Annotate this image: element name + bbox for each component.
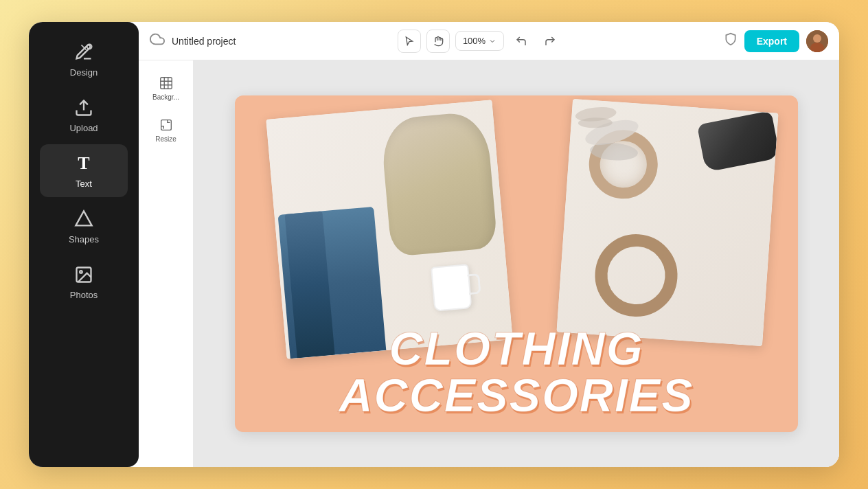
export-button[interactable]: Export [744, 30, 799, 52]
zoom-control[interactable]: 100% [455, 31, 504, 51]
background-tool[interactable]: Backgr... [144, 69, 187, 108]
sidebar-item-upload[interactable]: Upload [40, 89, 128, 141]
sidebar: Design Upload T Text Sha [29, 22, 139, 467]
toolbar-right: Export [724, 30, 828, 52]
app-container: Design Upload T Text Sha [29, 22, 839, 467]
editor-area: Backgr... Resize [139, 60, 839, 467]
svg-point-6 [813, 34, 821, 43]
toolbar-center: 100% [244, 30, 715, 53]
tools-panel: Backgr... Resize [139, 60, 194, 467]
sidebar-item-text-label: Text [76, 179, 92, 189]
shapes-icon [73, 208, 95, 230]
canvas[interactable]: CLOTHING ACCESSORIES [235, 95, 798, 432]
sidebar-item-photos-label: Photos [70, 290, 98, 300]
sidebar-item-design-label: Design [70, 67, 98, 78]
resize-tool[interactable]: Resize [144, 111, 187, 150]
design-icon [73, 41, 95, 63]
photo-card-accessories [557, 99, 779, 346]
avatar [806, 30, 828, 52]
svg-rect-9 [161, 120, 171, 130]
photo-card-clothing [266, 100, 512, 359]
redo-button[interactable] [538, 30, 562, 53]
toolbar: Untitled project 100% [139, 22, 839, 60]
svg-rect-8 [160, 78, 172, 89]
background-tool-label: Backgr... [152, 93, 179, 101]
svg-point-4 [80, 271, 82, 273]
sunglass-lens [697, 111, 779, 172]
canvas-text[interactable]: CLOTHING ACCESSORIES [235, 325, 798, 418]
toolbar-left: Untitled project [150, 32, 236, 50]
sidebar-item-shapes[interactable]: Shapes [40, 200, 128, 253]
resize-tool-label: Resize [155, 135, 176, 143]
zoom-level: 100% [463, 36, 486, 46]
photos-icon [73, 264, 95, 286]
sidebar-item-upload-label: Upload [69, 123, 98, 133]
shield-icon [724, 32, 738, 49]
sidebar-item-design[interactable]: Design [40, 33, 128, 86]
upload-icon [73, 97, 95, 119]
canvas-area: CLOTHING ACCESSORIES [194, 60, 839, 467]
select-tool-button[interactable] [398, 30, 421, 53]
hand-tool-button[interactable] [426, 30, 450, 53]
main-content: Untitled project 100% [139, 22, 839, 467]
text-icon: T [73, 152, 95, 174]
cloud-save-icon [150, 32, 165, 50]
canvas-text-line2: ACCESSORIES [235, 372, 798, 418]
svg-marker-2 [76, 211, 91, 225]
project-title: Untitled project [172, 36, 236, 47]
sidebar-item-shapes-label: Shapes [69, 234, 99, 244]
sidebar-item-text[interactable]: T Text [40, 144, 128, 197]
canvas-text-line1: CLOTHING [235, 325, 798, 372]
undo-button[interactable] [510, 30, 533, 53]
earring-hoop-2 [592, 231, 680, 319]
sidebar-item-photos[interactable]: Photos [40, 255, 128, 308]
